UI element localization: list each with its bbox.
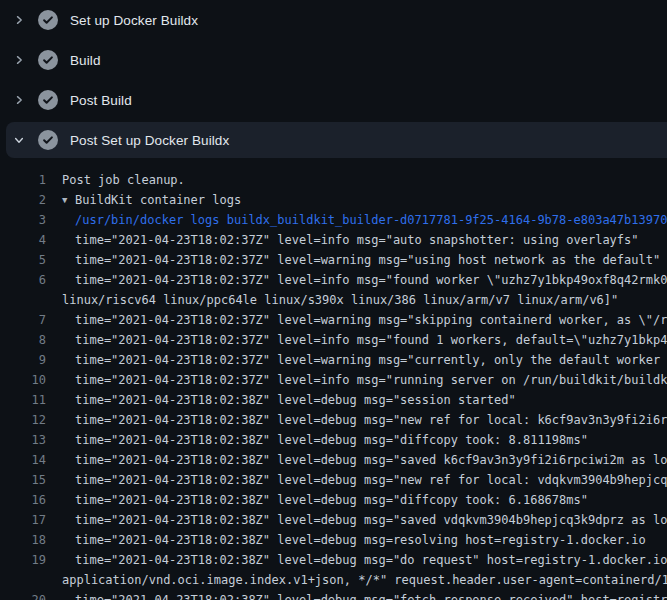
step-label: Post Set up Docker Buildx	[70, 133, 229, 148]
log-line-continuation: application/vnd.oci.image.index.v1+json,…	[0, 570, 667, 590]
log-viewer: 1Post job cleanup.2▼BuildKit container l…	[0, 160, 667, 600]
step-label: Set up Docker Buildx	[70, 13, 198, 28]
log-line: 8time="2021-04-23T18:02:37Z" level=info …	[0, 330, 667, 350]
line-number[interactable]: 10	[0, 370, 46, 390]
log-line: 3/usr/bin/docker logs buildx_buildkit_bu…	[0, 210, 667, 230]
log-line: 4time="2021-04-23T18:02:37Z" level=info …	[0, 230, 667, 250]
line-number[interactable]: 5	[0, 250, 46, 270]
log-text: time="2021-04-23T18:02:38Z" level=debug …	[75, 490, 588, 510]
line-number[interactable]: 2	[0, 190, 46, 210]
log-line: 9time="2021-04-23T18:02:37Z" level=warni…	[0, 350, 667, 370]
check-circle-icon	[38, 50, 58, 70]
line-number[interactable]: 19	[0, 550, 46, 570]
log-line-continuation: linux/riscv64 linux/ppc64le linux/s390x …	[0, 290, 667, 310]
steps-list: Set up Docker BuildxBuildPost BuildPost …	[0, 0, 667, 160]
log-text: time="2021-04-23T18:02:38Z" level=debug …	[75, 410, 667, 430]
line-number	[0, 290, 46, 310]
log-line: 11time="2021-04-23T18:02:38Z" level=debu…	[0, 390, 667, 410]
log-line: 5time="2021-04-23T18:02:37Z" level=warni…	[0, 250, 667, 270]
log-text: time="2021-04-23T18:02:37Z" level=info m…	[75, 330, 667, 350]
log-text: time="2021-04-23T18:02:38Z" level=debug …	[75, 430, 588, 450]
log-text: Post job cleanup.	[62, 170, 185, 190]
log-text: time="2021-04-23T18:02:38Z" level=debug …	[75, 590, 667, 600]
line-number[interactable]: 15	[0, 470, 46, 490]
log-line: 12time="2021-04-23T18:02:38Z" level=debu…	[0, 410, 667, 430]
log-text: time="2021-04-23T18:02:37Z" level=info m…	[75, 270, 667, 290]
log-line: 1Post job cleanup.	[0, 170, 667, 190]
log-text: time="2021-04-23T18:02:37Z" level=warnin…	[75, 310, 667, 330]
step-header-build[interactable]: Build	[0, 40, 667, 80]
log-text: time="2021-04-23T18:02:38Z" level=debug …	[75, 510, 667, 530]
check-circle-icon	[38, 130, 58, 150]
log-line: 10time="2021-04-23T18:02:37Z" level=info…	[0, 370, 667, 390]
chevron-right-icon	[12, 93, 26, 107]
line-number[interactable]: 18	[0, 530, 46, 550]
log-line: 16time="2021-04-23T18:02:38Z" level=debu…	[0, 490, 667, 510]
log-text: time="2021-04-23T18:02:37Z" level=warnin…	[75, 350, 667, 370]
log-line: 20time="2021-04-23T18:02:38Z" level=debu…	[0, 590, 667, 600]
log-text: time="2021-04-23T18:02:38Z" level=debug …	[75, 390, 516, 410]
step-label: Build	[70, 53, 101, 68]
chevron-right-icon	[12, 53, 26, 67]
check-circle-icon	[38, 90, 58, 110]
line-number[interactable]: 16	[0, 490, 46, 510]
line-number[interactable]: 11	[0, 390, 46, 410]
log-text: time="2021-04-23T18:02:37Z" level=warnin…	[75, 250, 660, 270]
group-title[interactable]: BuildKit container logs	[75, 193, 241, 207]
log-line: 7time="2021-04-23T18:02:37Z" level=warni…	[0, 310, 667, 330]
log-text: linux/riscv64 linux/ppc64le linux/s390x …	[62, 290, 618, 310]
line-number[interactable]: 20	[0, 590, 46, 600]
log-line: 17time="2021-04-23T18:02:38Z" level=debu…	[0, 510, 667, 530]
line-number[interactable]: 1	[0, 170, 46, 190]
log-line: 19time="2021-04-23T18:02:38Z" level=debu…	[0, 550, 667, 570]
log-line: 15time="2021-04-23T18:02:38Z" level=debu…	[0, 470, 667, 490]
log-text: time="2021-04-23T18:02:37Z" level=info m…	[75, 370, 667, 390]
group-collapse-triangle-icon[interactable]: ▼	[62, 190, 75, 210]
step-header-post-build[interactable]: Post Build	[0, 80, 667, 120]
line-number[interactable]: 13	[0, 430, 46, 450]
chevron-down-icon	[12, 133, 26, 147]
log-text: ▼BuildKit container logs	[62, 190, 241, 210]
step-header-post-set-up-docker-buildx[interactable]: Post Set up Docker Buildx	[0, 120, 667, 160]
log-line: 6time="2021-04-23T18:02:37Z" level=info …	[0, 270, 667, 290]
line-number[interactable]: 6	[0, 270, 46, 290]
log-text: time="2021-04-23T18:02:37Z" level=info m…	[75, 230, 639, 250]
log-text: time="2021-04-23T18:02:38Z" level=debug …	[75, 450, 667, 470]
line-number[interactable]: 3	[0, 210, 46, 230]
check-circle-icon	[38, 10, 58, 30]
line-number	[0, 570, 46, 590]
line-number[interactable]: 14	[0, 450, 46, 470]
log-text: time="2021-04-23T18:02:38Z" level=debug …	[75, 470, 667, 490]
line-number[interactable]: 17	[0, 510, 46, 530]
line-number[interactable]: 7	[0, 310, 46, 330]
chevron-right-icon	[12, 13, 26, 27]
log-text: time="2021-04-23T18:02:38Z" level=debug …	[75, 530, 646, 550]
log-text: time="2021-04-23T18:02:38Z" level=debug …	[75, 550, 667, 570]
line-number[interactable]: 4	[0, 230, 46, 250]
step-header-set-up-docker-buildx[interactable]: Set up Docker Buildx	[0, 0, 667, 40]
log-line: 2▼BuildKit container logs	[0, 190, 667, 210]
log-line: 14time="2021-04-23T18:02:38Z" level=debu…	[0, 450, 667, 470]
log-command-text: /usr/bin/docker logs buildx_buildkit_bui…	[75, 210, 667, 230]
step-label: Post Build	[70, 93, 132, 108]
log-text: application/vnd.oci.image.index.v1+json,…	[62, 570, 667, 590]
log-line: 18time="2021-04-23T18:02:38Z" level=debu…	[0, 530, 667, 550]
line-number[interactable]: 12	[0, 410, 46, 430]
line-number[interactable]: 9	[0, 350, 46, 370]
log-line: 13time="2021-04-23T18:02:38Z" level=debu…	[0, 430, 667, 450]
line-number[interactable]: 8	[0, 330, 46, 350]
